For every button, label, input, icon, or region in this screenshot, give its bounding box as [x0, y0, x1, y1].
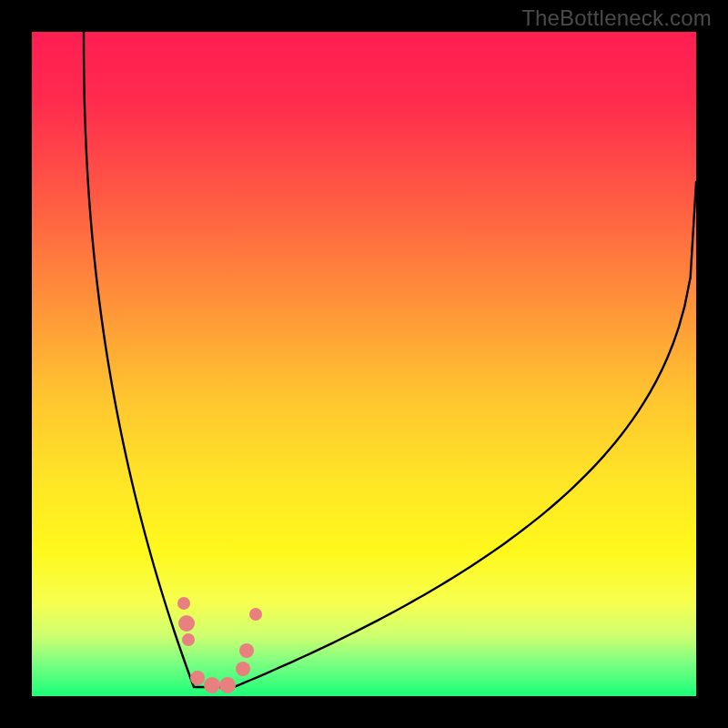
watermark-text: TheBottleneck.com: [521, 5, 712, 31]
chart-frame: TheBottleneck.com: [0, 0, 728, 728]
data-point: [182, 633, 195, 646]
data-point: [219, 677, 236, 693]
data-point: [178, 615, 195, 632]
data-point: [190, 671, 205, 685]
data-point: [239, 643, 254, 658]
bottleneck-chart: [32, 32, 696, 696]
plot-area: [32, 32, 696, 696]
gradient-background: [32, 32, 696, 696]
data-point: [177, 597, 190, 610]
data-point: [204, 677, 220, 693]
data-point: [236, 662, 250, 676]
data-point: [249, 608, 262, 621]
